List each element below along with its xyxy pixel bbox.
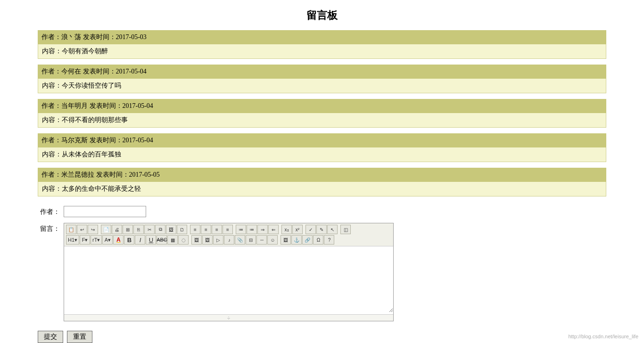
- message-item: 作者：马尔克斯 发表时间：2017-05-04内容：从未体会的百年孤独: [38, 133, 606, 162]
- draw-icon[interactable]: ✎: [316, 225, 327, 234]
- color-button[interactable]: A: [113, 235, 124, 245]
- imgup-button[interactable]: 🖼: [191, 235, 202, 245]
- outdent-icon[interactable]: ⇐: [268, 225, 279, 234]
- font-button[interactable]: F▾: [80, 235, 90, 245]
- message-body: 内容：不得不看的明朝那些事: [38, 113, 606, 128]
- editor-wrapper: 📋↩↪📄🖨⊞⎘✂⧉🖼🗋≡≡≡≡≔≔⇒⇐x₂x²✓✎↖◫ H1▾F▾rT▾A▾AB…: [64, 223, 394, 321]
- author-row: 作者：: [38, 206, 606, 217]
- imgup2-button[interactable]: 🖼: [202, 235, 213, 245]
- italic-button[interactable]: I: [135, 235, 145, 245]
- table2-button[interactable]: ⊟: [246, 235, 256, 245]
- message-header: 作者：当年明月 发表时间：2017-05-04: [38, 99, 606, 113]
- anchor-button[interactable]: ⚓: [291, 235, 302, 245]
- message-body: 内容：从未体会的百年孤独: [38, 147, 606, 162]
- new-icon[interactable]: 📄: [101, 225, 111, 234]
- message-item: 作者：今何在 发表时间：2017-05-04内容：今天你读悟空传了吗: [38, 65, 606, 93]
- ol-icon[interactable]: ≔: [236, 225, 246, 234]
- aligncenter-icon[interactable]: ≡: [201, 225, 211, 234]
- author-input[interactable]: [64, 206, 146, 217]
- indent-icon[interactable]: ⇒: [257, 225, 268, 234]
- sup-icon[interactable]: x²: [292, 225, 303, 234]
- page-title: 留言板: [0, 0, 644, 30]
- submit-button[interactable]: 提交: [38, 331, 63, 343]
- clear-button[interactable]: ◌: [178, 235, 189, 245]
- fontstyle-button[interactable]: A▾: [102, 235, 113, 245]
- print-icon[interactable]: 🖨: [112, 225, 122, 234]
- select-icon[interactable]: ↖: [327, 225, 338, 234]
- doc-icon[interactable]: 🗋: [177, 225, 187, 234]
- message-item: 作者：浪丶荡 发表时间：2017-05-03内容：今朝有酒今朝醉: [38, 30, 606, 59]
- message-item: 作者：当年明月 发表时间：2017-05-04内容：不得不看的明朝那些事: [38, 99, 606, 128]
- resize-bar[interactable]: ÷: [64, 314, 393, 321]
- form-buttons: 提交 重置: [38, 331, 606, 343]
- message-body: 内容：太多的生命中不能承受之轻: [38, 182, 606, 196]
- toolbar-row-2: H1▾F▾rT▾A▾ABIUABC▦◌🖼🖼▷♪📎⊟─☺🖼⚓🔗Ω?: [66, 235, 391, 245]
- message-body: 内容：今天你读悟空传了吗: [38, 79, 606, 93]
- copyformat-icon[interactable]: ⎘: [133, 225, 144, 234]
- alignleft-icon[interactable]: ≡: [190, 225, 200, 234]
- table-icon[interactable]: ⊞: [123, 225, 133, 234]
- editor-toolbar: 📋↩↪📄🖨⊞⎘✂⧉🖼🗋≡≡≡≡≔≔⇒⇐x₂x²✓✎↖◫ H1▾F▾rT▾A▾AB…: [64, 223, 393, 246]
- message-item: 作者：米兰昆德拉 发表时间：2017-05-05内容：太多的生命中不能承受之轻: [38, 168, 606, 196]
- ul-icon[interactable]: ≔: [247, 225, 257, 234]
- line-button[interactable]: ─: [256, 235, 267, 245]
- copy-icon[interactable]: ⧉: [155, 225, 165, 234]
- reset-button[interactable]: 重置: [67, 331, 92, 343]
- author-label: 作者：: [38, 206, 64, 216]
- comment-row: 留言： 📋↩↪📄🖨⊞⎘✂⧉🖼🗋≡≡≡≡≔≔⇒⇐x₂x²✓✎↖◫ H1▾F▾rT▾…: [38, 223, 606, 321]
- img3-button[interactable]: 🖼: [281, 235, 291, 245]
- message-header: 作者：米兰昆德拉 发表时间：2017-05-05: [38, 168, 606, 182]
- watermark: http://blog.csdn.net/leisure_life: [568, 334, 638, 339]
- bold-button[interactable]: B: [124, 235, 134, 245]
- comment-form: 作者： 留言： 📋↩↪📄🖨⊞⎘✂⧉🖼🗋≡≡≡≡≔≔⇒⇐x₂x²✓✎↖◫ H1▾F…: [38, 206, 606, 321]
- comment-textarea[interactable]: [64, 246, 393, 312]
- message-header: 作者：今何在 发表时间：2017-05-04: [38, 65, 606, 79]
- paste-icon[interactable]: 📋: [66, 225, 76, 234]
- comment-label: 留言：: [38, 223, 64, 233]
- sub-icon[interactable]: x₂: [281, 225, 292, 234]
- strikethrough-button[interactable]: ABC: [157, 235, 167, 245]
- border-button[interactable]: ▦: [167, 235, 178, 245]
- toolbar-row-1: 📋↩↪📄🖨⊞⎘✂⧉🖼🗋≡≡≡≡≔≔⇒⇐x₂x²✓✎↖◫: [66, 225, 391, 234]
- h1-button[interactable]: H1▾: [66, 235, 79, 245]
- link-button[interactable]: 🔗: [302, 235, 313, 245]
- message-header: 作者：马尔克斯 发表时间：2017-05-04: [38, 133, 606, 147]
- cut-icon[interactable]: ✂: [144, 225, 155, 234]
- help-button[interactable]: ?: [324, 235, 334, 245]
- undo-icon[interactable]: ↩: [77, 225, 87, 234]
- alignjustify-icon[interactable]: ≡: [223, 225, 233, 234]
- fontsize-button[interactable]: rT▾: [91, 235, 102, 245]
- redo-icon[interactable]: ↪: [88, 225, 98, 234]
- attach-button[interactable]: 📎: [235, 235, 245, 245]
- flash-button[interactable]: ▷: [213, 235, 223, 245]
- source-icon[interactable]: ◫: [340, 225, 351, 234]
- image-icon[interactable]: 🖼: [166, 225, 176, 234]
- messages-list: 作者：浪丶荡 发表时间：2017-05-03内容：今朝有酒今朝醉作者：今何在 发…: [38, 30, 606, 196]
- alignright-icon[interactable]: ≡: [212, 225, 222, 234]
- special-button[interactable]: Ω: [313, 235, 323, 245]
- underline-button[interactable]: U: [146, 235, 156, 245]
- message-body: 内容：今朝有酒今朝醉: [38, 44, 606, 59]
- media-button[interactable]: ♪: [224, 235, 234, 245]
- message-header: 作者：浪丶荡 发表时间：2017-05-03: [38, 30, 606, 44]
- smiley-button[interactable]: ☺: [267, 235, 278, 245]
- spell-icon[interactable]: ✓: [305, 225, 316, 234]
